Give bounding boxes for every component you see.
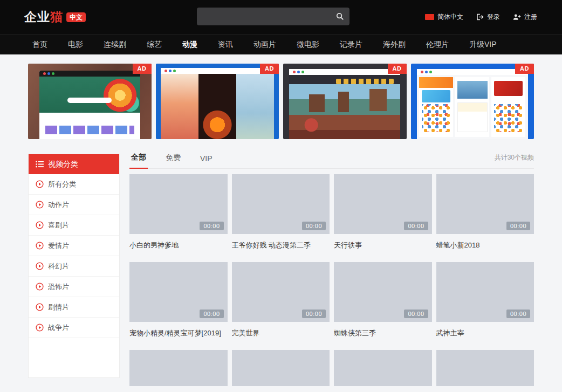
window-dots bbox=[293, 71, 296, 73]
ad-banner-1[interactable]: AD bbox=[28, 64, 152, 139]
sidebar-item-romance[interactable]: 爱情片 bbox=[29, 236, 119, 256]
play-circle-icon bbox=[36, 324, 44, 332]
video-card[interactable]: 00:00 武神主宰 bbox=[436, 262, 534, 338]
play-circle-icon bbox=[36, 303, 44, 311]
video-thumbnail: 00:00 bbox=[129, 174, 228, 234]
nav-item-microfilm[interactable]: 微电影 bbox=[297, 40, 319, 50]
video-card[interactable]: 00:00 蜡笔小新2018 bbox=[436, 174, 534, 250]
sidebar-item-drama[interactable]: 剧情片 bbox=[29, 297, 119, 318]
sidebar-item-label: 战争片 bbox=[48, 323, 69, 333]
portal-teaser bbox=[422, 90, 450, 102]
video-card-partial[interactable] bbox=[334, 350, 432, 386]
tab-free[interactable]: 免费 bbox=[164, 153, 182, 168]
banner-browser-window bbox=[289, 69, 400, 139]
nav-item-news[interactable]: 资讯 bbox=[218, 40, 233, 50]
user-links: 简体中文 登录 注册 bbox=[425, 0, 537, 34]
video-card[interactable]: 00:00 完美世界 bbox=[232, 262, 330, 338]
play-circle-icon bbox=[36, 283, 44, 291]
video-card-partial[interactable] bbox=[129, 350, 228, 386]
site-logo[interactable]: 企业猫 中文 bbox=[24, 0, 86, 34]
sidebar-item-label: 所有分类 bbox=[48, 180, 76, 189]
nav-item-series[interactable]: 连续剧 bbox=[104, 40, 126, 50]
category-sidebar: 视频分类 所有分类 动作片 喜剧片 爱情片 科幻片 恐怖片 剧情片 bbox=[28, 154, 120, 378]
portal-column bbox=[491, 77, 525, 137]
sidebar-item-comedy[interactable]: 喜剧片 bbox=[29, 215, 119, 236]
duration-badge: 00:00 bbox=[302, 222, 326, 230]
video-title[interactable]: 蜡笔小新2018 bbox=[436, 240, 534, 250]
play-circle-icon bbox=[36, 221, 44, 229]
nav-item-ethics[interactable]: 伦理片 bbox=[426, 40, 449, 50]
video-thumbnail: 00:00 bbox=[334, 262, 432, 322]
login-label: 登录 bbox=[487, 12, 500, 22]
duration-badge: 00:00 bbox=[506, 222, 530, 230]
browser-titlebar bbox=[161, 68, 274, 74]
nav-item-overseas[interactable]: 海外剧 bbox=[383, 40, 406, 50]
login-link[interactable]: 登录 bbox=[476, 12, 500, 22]
top-header: 企业猫 中文 简体中文 登录 注册 bbox=[0, 0, 562, 34]
nav-item-upgrade-vip[interactable]: 升级VIP bbox=[469, 40, 497, 50]
play-circle-icon bbox=[36, 180, 44, 188]
ad-badge: AD bbox=[260, 64, 279, 74]
nav-item-documentary[interactable]: 记录片 bbox=[340, 40, 362, 50]
video-card-partial[interactable] bbox=[232, 350, 330, 386]
video-card[interactable]: 00:00 蜘蛛侠第三季 bbox=[334, 262, 432, 338]
sidebar-item-war[interactable]: 战争片 bbox=[29, 318, 119, 338]
portal-column bbox=[419, 77, 453, 137]
video-title[interactable]: 武神主宰 bbox=[436, 328, 534, 338]
window-dots bbox=[43, 72, 46, 75]
language-selector[interactable]: 简体中文 bbox=[425, 12, 463, 22]
play-circle-icon bbox=[36, 262, 44, 270]
sidebar-item-horror[interactable]: 恐怖片 bbox=[29, 277, 119, 297]
banner-preview bbox=[417, 75, 528, 139]
main-nav: 首页 电影 连续剧 综艺 动漫 资讯 动画片 微电影 记录片 海外剧 伦理片 升… bbox=[0, 34, 562, 54]
banner-preview bbox=[161, 74, 274, 139]
banner-preview bbox=[289, 75, 400, 139]
video-card[interactable]: 00:00 天行轶事 bbox=[334, 174, 432, 250]
game-icons-row bbox=[336, 79, 394, 84]
nav-item-variety[interactable]: 综艺 bbox=[147, 40, 162, 50]
video-title[interactable]: 小白的男神爹地 bbox=[129, 240, 228, 250]
sidebar-item-scifi[interactable]: 科幻片 bbox=[29, 256, 119, 277]
video-card[interactable]: 00:00 小白的男神爹地 bbox=[129, 174, 228, 250]
register-link[interactable]: 注册 bbox=[513, 12, 537, 22]
user-plus-icon bbox=[513, 13, 521, 20]
sidebar-item-all-categories[interactable]: 所有分类 bbox=[29, 174, 119, 195]
ad-banner-2[interactable]: AD bbox=[156, 64, 279, 139]
sidebar-item-action[interactable]: 动作片 bbox=[29, 195, 119, 215]
video-title[interactable]: 完美世界 bbox=[232, 328, 330, 338]
video-thumbnail bbox=[436, 350, 534, 386]
banner-preview bbox=[39, 77, 140, 139]
video-card[interactable]: 00:00 宠物小精灵/精灵宝可梦[2019] bbox=[129, 262, 228, 338]
nav-item-anime[interactable]: 动漫 bbox=[182, 40, 197, 50]
video-title[interactable]: 宠物小精灵/精灵宝可梦[2019] bbox=[129, 328, 228, 338]
video-thumbnail: 00:00 bbox=[129, 262, 228, 322]
video-thumbnail bbox=[129, 350, 228, 386]
search-input[interactable] bbox=[197, 12, 330, 20]
video-thumbnail: 00:00 bbox=[436, 262, 534, 322]
nav-item-cartoon[interactable]: 动画片 bbox=[253, 40, 276, 50]
building-shape bbox=[309, 94, 325, 112]
sidebar-item-label: 喜剧片 bbox=[48, 221, 69, 230]
ad-banner-4[interactable]: AD bbox=[411, 64, 534, 139]
video-thumbnail: 00:00 bbox=[232, 174, 330, 234]
tab-vip[interactable]: VIP bbox=[198, 154, 214, 168]
search-box[interactable] bbox=[197, 8, 349, 25]
video-title[interactable]: 天行轶事 bbox=[334, 240, 432, 250]
search-button[interactable] bbox=[330, 8, 349, 25]
nav-item-movies[interactable]: 电影 bbox=[68, 40, 83, 50]
duration-badge: 00:00 bbox=[200, 222, 223, 230]
video-thumbnail: 00:00 bbox=[436, 174, 534, 234]
video-card-partial[interactable] bbox=[436, 350, 534, 386]
video-title[interactable]: 蜘蛛侠第三季 bbox=[334, 328, 432, 338]
video-card[interactable]: 00:00 王爷你好贱 动态漫第二季 bbox=[232, 174, 330, 250]
window-dots bbox=[165, 70, 167, 72]
nav-item-home[interactable]: 首页 bbox=[32, 40, 47, 50]
tab-all[interactable]: 全部 bbox=[129, 153, 148, 169]
browser-titlebar bbox=[417, 69, 528, 75]
sidebar-title: 视频分类 bbox=[48, 160, 78, 169]
list-icon bbox=[36, 161, 44, 168]
video-title[interactable]: 王爷你好贱 动态漫第二季 bbox=[232, 240, 330, 250]
ad-banner-3[interactable]: AD bbox=[283, 64, 407, 139]
video-grid: 00:00 小白的男神爹地 00:00 王爷你好贱 动态漫第二季 00:00 天… bbox=[129, 174, 534, 392]
language-label: 简体中文 bbox=[437, 12, 463, 22]
